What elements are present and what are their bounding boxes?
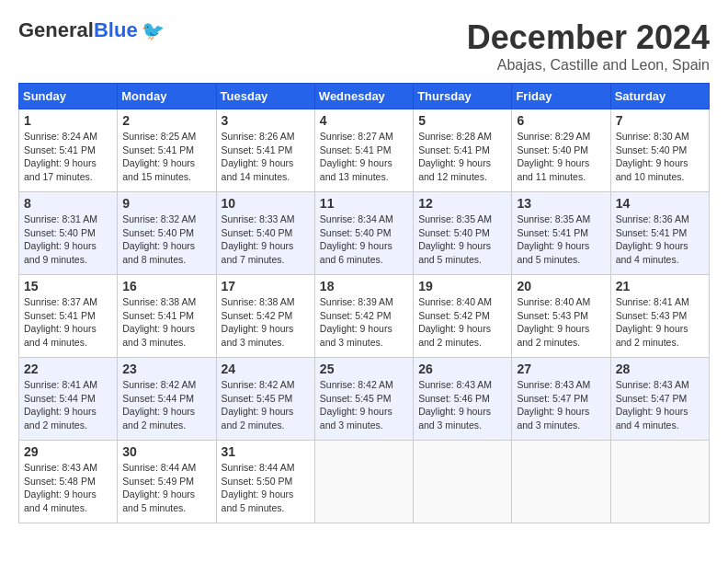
day-info: Sunrise: 8:38 AM Sunset: 5:42 PM Dayligh…	[222, 295, 310, 350]
day-info: Sunrise: 8:43 AM Sunset: 5:48 PM Dayligh…	[24, 461, 112, 515]
calendar-day-4: 4 Sunrise: 8:27 AM Sunset: 5:41 PM Dayli…	[314, 109, 413, 192]
day-number: 1	[24, 113, 112, 128]
day-number: 19	[418, 279, 506, 293]
day-info: Sunrise: 8:26 AM Sunset: 5:41 PM Dayligh…	[222, 130, 310, 184]
weekday-header-monday: Monday	[118, 84, 216, 109]
day-info: Sunrise: 8:43 AM Sunset: 5:46 PM Dayligh…	[418, 378, 506, 432]
calendar-day-17: 17 Sunrise: 8:38 AM Sunset: 5:42 PM Dayl…	[216, 275, 314, 358]
calendar-day-12: 12 Sunrise: 8:35 AM Sunset: 5:40 PM Dayl…	[414, 192, 512, 275]
weekday-header-tuesday: Tuesday	[216, 84, 314, 109]
day-info: Sunrise: 8:39 AM Sunset: 5:42 PM Dayligh…	[320, 295, 408, 350]
day-info: Sunrise: 8:38 AM Sunset: 5:41 PM Dayligh…	[122, 295, 210, 350]
calendar-day-3: 3 Sunrise: 8:26 AM Sunset: 5:41 PM Dayli…	[216, 109, 314, 192]
calendar-day-25: 25 Sunrise: 8:42 AM Sunset: 5:45 PM Dayl…	[314, 358, 413, 441]
day-number: 28	[616, 362, 704, 376]
calendar-day-26: 26 Sunrise: 8:43 AM Sunset: 5:46 PM Dayl…	[414, 358, 512, 441]
calendar-day-22: 22 Sunrise: 8:41 AM Sunset: 5:44 PM Dayl…	[19, 358, 118, 441]
day-number: 30	[122, 444, 210, 459]
day-info: Sunrise: 8:43 AM Sunset: 5:47 PM Dayligh…	[616, 378, 704, 432]
day-number: 20	[517, 279, 605, 293]
day-info: Sunrise: 8:25 AM Sunset: 5:41 PM Dayligh…	[122, 130, 210, 184]
calendar-day-30: 30 Sunrise: 8:44 AM Sunset: 5:49 PM Dayl…	[118, 441, 216, 523]
weekday-header-sunday: Sunday	[19, 84, 118, 109]
day-info: Sunrise: 8:27 AM Sunset: 5:41 PM Dayligh…	[320, 130, 408, 184]
calendar-day-16: 16 Sunrise: 8:38 AM Sunset: 5:41 PM Dayl…	[118, 275, 216, 358]
empty-cell	[314, 441, 413, 523]
day-number: 11	[320, 196, 408, 211]
calendar-week-1: 1 Sunrise: 8:24 AM Sunset: 5:41 PM Dayli…	[19, 109, 710, 192]
day-info: Sunrise: 8:32 AM Sunset: 5:40 PM Dayligh…	[122, 213, 210, 267]
day-number: 25	[320, 362, 408, 376]
day-info: Sunrise: 8:42 AM Sunset: 5:44 PM Dayligh…	[122, 378, 210, 432]
day-number: 29	[24, 444, 112, 459]
logo: GeneralBlue 🐦	[18, 18, 165, 42]
calendar-day-21: 21 Sunrise: 8:41 AM Sunset: 5:43 PM Dayl…	[610, 275, 709, 358]
day-number: 9	[122, 196, 210, 211]
day-number: 17	[222, 279, 310, 293]
day-number: 8	[24, 196, 112, 211]
day-number: 10	[222, 196, 310, 211]
calendar-day-15: 15 Sunrise: 8:37 AM Sunset: 5:41 PM Dayl…	[19, 275, 118, 358]
calendar-day-23: 23 Sunrise: 8:42 AM Sunset: 5:44 PM Dayl…	[118, 358, 216, 441]
calendar-table: SundayMondayTuesdayWednesdayThursdayFrid…	[18, 83, 710, 523]
day-info: Sunrise: 8:24 AM Sunset: 5:41 PM Dayligh…	[24, 130, 112, 184]
weekday-header-thursday: Thursday	[414, 84, 512, 109]
day-number: 5	[418, 113, 506, 128]
day-info: Sunrise: 8:43 AM Sunset: 5:47 PM Dayligh…	[517, 378, 605, 432]
day-info: Sunrise: 8:36 AM Sunset: 5:41 PM Dayligh…	[616, 213, 704, 267]
logo-bird-icon: 🐦	[142, 19, 165, 41]
day-number: 23	[122, 362, 210, 376]
calendar-day-20: 20 Sunrise: 8:40 AM Sunset: 5:43 PM Dayl…	[512, 275, 610, 358]
calendar-day-8: 8 Sunrise: 8:31 AM Sunset: 5:40 PM Dayli…	[19, 192, 118, 275]
title-area: December 2024 Abajas, Castille and Leon,…	[467, 18, 710, 74]
day-number: 14	[616, 196, 704, 211]
calendar-day-2: 2 Sunrise: 8:25 AM Sunset: 5:41 PM Dayli…	[118, 109, 216, 192]
month-title: December 2024	[467, 18, 710, 57]
day-info: Sunrise: 8:44 AM Sunset: 5:49 PM Dayligh…	[122, 461, 210, 515]
day-number: 18	[320, 279, 408, 293]
day-info: Sunrise: 8:33 AM Sunset: 5:40 PM Dayligh…	[222, 213, 310, 267]
weekday-header-saturday: Saturday	[610, 84, 709, 109]
calendar-day-14: 14 Sunrise: 8:36 AM Sunset: 5:41 PM Dayl…	[610, 192, 709, 275]
day-info: Sunrise: 8:40 AM Sunset: 5:43 PM Dayligh…	[517, 295, 605, 350]
calendar-day-19: 19 Sunrise: 8:40 AM Sunset: 5:42 PM Dayl…	[414, 275, 512, 358]
page-header: GeneralBlue 🐦 December 2024 Abajas, Cast…	[18, 18, 710, 74]
day-number: 26	[418, 362, 506, 376]
day-number: 7	[616, 113, 704, 128]
day-number: 21	[616, 279, 704, 293]
calendar-day-24: 24 Sunrise: 8:42 AM Sunset: 5:45 PM Dayl…	[216, 358, 314, 441]
day-info: Sunrise: 8:35 AM Sunset: 5:41 PM Dayligh…	[517, 213, 605, 267]
location-subtitle: Abajas, Castille and Leon, Spain	[467, 57, 710, 74]
calendar-header-row: SundayMondayTuesdayWednesdayThursdayFrid…	[19, 84, 710, 109]
day-number: 13	[517, 196, 605, 211]
day-info: Sunrise: 8:34 AM Sunset: 5:40 PM Dayligh…	[320, 213, 408, 267]
day-info: Sunrise: 8:35 AM Sunset: 5:40 PM Dayligh…	[418, 213, 506, 267]
weekday-header-friday: Friday	[512, 84, 610, 109]
empty-cell	[414, 441, 512, 523]
day-number: 24	[222, 362, 310, 376]
day-number: 6	[517, 113, 605, 128]
day-info: Sunrise: 8:42 AM Sunset: 5:45 PM Dayligh…	[222, 378, 310, 432]
day-number: 22	[24, 362, 112, 376]
day-number: 12	[418, 196, 506, 211]
calendar-day-31: 31 Sunrise: 8:44 AM Sunset: 5:50 PM Dayl…	[216, 441, 314, 523]
calendar-day-5: 5 Sunrise: 8:28 AM Sunset: 5:41 PM Dayli…	[414, 109, 512, 192]
calendar-day-10: 10 Sunrise: 8:33 AM Sunset: 5:40 PM Dayl…	[216, 192, 314, 275]
day-number: 2	[122, 113, 210, 128]
calendar-day-11: 11 Sunrise: 8:34 AM Sunset: 5:40 PM Dayl…	[314, 192, 413, 275]
day-info: Sunrise: 8:28 AM Sunset: 5:41 PM Dayligh…	[418, 130, 506, 184]
calendar-day-6: 6 Sunrise: 8:29 AM Sunset: 5:40 PM Dayli…	[512, 109, 610, 192]
calendar-day-1: 1 Sunrise: 8:24 AM Sunset: 5:41 PM Dayli…	[19, 109, 118, 192]
day-number: 31	[222, 444, 310, 459]
weekday-header-wednesday: Wednesday	[314, 84, 413, 109]
day-number: 4	[320, 113, 408, 128]
calendar-day-28: 28 Sunrise: 8:43 AM Sunset: 5:47 PM Dayl…	[610, 358, 709, 441]
calendar-day-18: 18 Sunrise: 8:39 AM Sunset: 5:42 PM Dayl…	[314, 275, 413, 358]
logo-general-text: GeneralBlue	[18, 18, 138, 42]
calendar-week-2: 8 Sunrise: 8:31 AM Sunset: 5:40 PM Dayli…	[19, 192, 710, 275]
day-info: Sunrise: 8:40 AM Sunset: 5:42 PM Dayligh…	[418, 295, 506, 350]
calendar-day-29: 29 Sunrise: 8:43 AM Sunset: 5:48 PM Dayl…	[19, 441, 118, 523]
calendar-day-9: 9 Sunrise: 8:32 AM Sunset: 5:40 PM Dayli…	[118, 192, 216, 275]
calendar-day-27: 27 Sunrise: 8:43 AM Sunset: 5:47 PM Dayl…	[512, 358, 610, 441]
empty-cell	[512, 441, 610, 523]
